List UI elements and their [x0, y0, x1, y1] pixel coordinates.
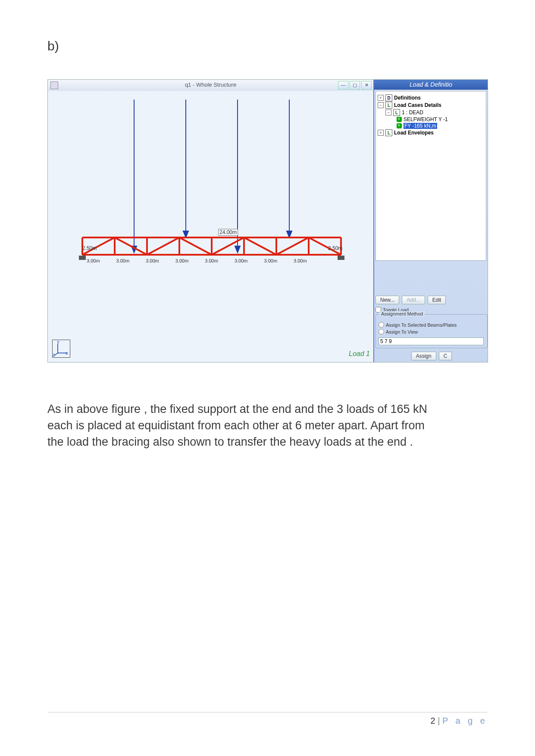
page-number: 2 [431, 716, 435, 725]
close-panel-button[interactable]: C [439, 352, 452, 360]
load-tree[interactable]: +D Definitions −L Load Cases Details −L … [375, 91, 486, 261]
edit-button[interactable]: Edit [428, 296, 446, 304]
model-window: q1 - Whole Structure — ▢ ✕ [48, 80, 374, 362]
new-button[interactable]: New... [375, 296, 399, 304]
left-height-label: 2.50m [82, 245, 97, 251]
bay-label: 3.00m [146, 258, 159, 263]
body-paragraph: As in above figure , the fixed support a… [47, 401, 435, 450]
group-title: Assignment Method [379, 311, 425, 316]
svg-marker-3 [183, 231, 188, 237]
svg-line-21 [147, 237, 179, 255]
page-footer: 2 | P a g e [47, 712, 488, 726]
maximize-button[interactable]: ▢ [350, 81, 360, 90]
bay-label: 3.00m [205, 258, 218, 263]
add-button[interactable]: Add... [402, 296, 425, 304]
tree-case-1[interactable]: −L 1 : DEAD [378, 109, 484, 116]
svg-marker-5 [235, 246, 240, 253]
axis-triad: Y X Z [52, 340, 70, 358]
svg-line-20 [115, 237, 147, 255]
svg-rect-27 [79, 256, 86, 260]
radio-assign-view[interactable]: Assign To View [379, 329, 485, 334]
assign-button[interactable]: Assign [411, 352, 436, 360]
svg-line-24 [244, 237, 276, 255]
axis-x: X [66, 351, 68, 356]
bay-label: 3.00m [87, 258, 100, 263]
section-label: b) [47, 39, 488, 53]
truss-drawing [48, 91, 373, 362]
bay-label: 3.00m [235, 258, 248, 263]
panel-lower: New... Add... Edit Toggle Load Assignmen… [375, 294, 488, 360]
page-word: P a g e [442, 716, 488, 725]
document-page: b) q1 - Whole Structure — ▢ ✕ [0, 0, 535, 756]
tree-selfweight[interactable]: SELFWEIGHT Y -1 [378, 116, 484, 122]
load-definition-panel: Load & Definitio +D Definitions −L Load … [373, 80, 488, 362]
svg-line-22 [179, 237, 212, 255]
right-height-label: 2.50m [328, 245, 342, 251]
bay-label: 3.00m [264, 258, 277, 263]
staad-screenshot: q1 - Whole Structure — ▢ ✕ [47, 79, 488, 362]
tree-definitions[interactable]: +D Definitions [378, 94, 484, 101]
member-list-input[interactable] [379, 337, 484, 345]
top-span-label: 24.00m [218, 229, 238, 236]
bay-label: 3.00m [294, 258, 307, 263]
bay-label: 3.00m [116, 258, 130, 263]
minimize-button[interactable]: — [338, 81, 348, 90]
model-canvas[interactable]: 24.00m 2.50m 2.50m 3.00m3.00m3.00m3.00m3… [48, 91, 373, 362]
radio-selected-beams[interactable]: Assign To Selected Beams/Plates [379, 322, 485, 328]
svg-marker-7 [287, 231, 292, 237]
tree-load-cases[interactable]: −L Load Cases Details [378, 102, 484, 109]
assignment-method-group: Assignment Method Assign To Selected Bea… [375, 314, 488, 348]
bay-labels: 3.00m3.00m3.00m3.00m3.00m3.00m3.00m3.00m [87, 258, 307, 263]
tree-fy-load[interactable]: FY -165 kN,m [378, 123, 484, 129]
close-button[interactable]: ✕ [361, 81, 372, 90]
axis-z: Z [53, 353, 55, 357]
window-buttons: — ▢ ✕ [338, 81, 372, 90]
panel-title: Load & Definitio [374, 80, 488, 90]
window-title: q1 - Whole Structure [48, 81, 373, 88]
tree-envelopes[interactable]: +L Load Envelopes [378, 129, 484, 136]
svg-rect-28 [338, 256, 344, 260]
svg-line-25 [276, 237, 309, 255]
bay-label: 3.00m [175, 258, 189, 263]
current-load-label: Load 1 [349, 350, 370, 358]
axis-y: Y [57, 340, 59, 344]
window-titlebar: q1 - Whole Structure — ▢ ✕ [48, 80, 373, 91]
